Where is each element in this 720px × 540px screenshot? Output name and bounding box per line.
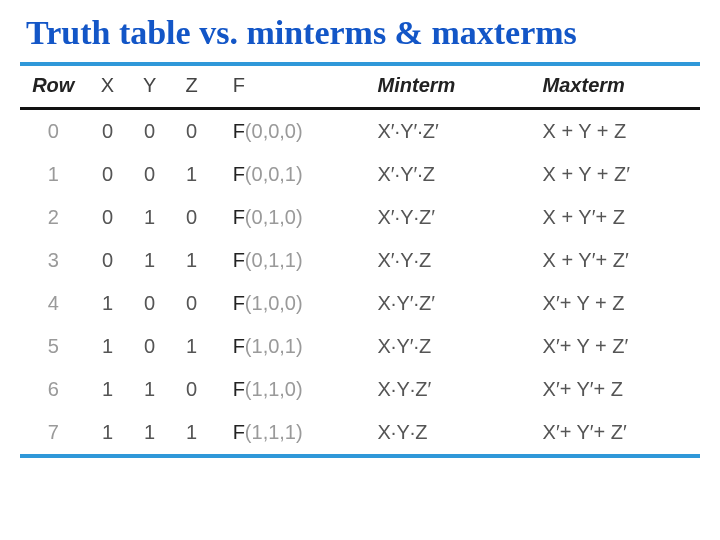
col-header-maxterm: Maxterm bbox=[535, 66, 700, 109]
table-header-row: Row X Y Z F Minterm Maxterm bbox=[20, 66, 700, 109]
col-header-minterm: Minterm bbox=[362, 66, 535, 109]
cell-row: 3 bbox=[20, 239, 86, 282]
cell-minterm: X·Y·Z′ bbox=[362, 368, 535, 411]
cell-z: 1 bbox=[171, 325, 213, 368]
cell-x: 0 bbox=[86, 109, 128, 154]
cell-z: 1 bbox=[171, 411, 213, 454]
cell-f: F(0,0,0) bbox=[213, 109, 362, 154]
cell-row: 2 bbox=[20, 196, 86, 239]
cell-x: 1 bbox=[86, 368, 128, 411]
cell-row: 4 bbox=[20, 282, 86, 325]
cell-z: 0 bbox=[171, 368, 213, 411]
cell-minterm: X′·Y·Z′ bbox=[362, 196, 535, 239]
cell-f: F(0,1,0) bbox=[213, 196, 362, 239]
cell-maxterm: X′+ Y + Z′ bbox=[535, 325, 700, 368]
table-row: 4100F(1,0,0)X·Y′·Z′X′+ Y + Z bbox=[20, 282, 700, 325]
cell-y: 0 bbox=[129, 325, 171, 368]
cell-x: 0 bbox=[86, 239, 128, 282]
cell-maxterm: X + Y′+ Z bbox=[535, 196, 700, 239]
cell-maxterm: X′+ Y′+ Z bbox=[535, 368, 700, 411]
table-row: 3011F(0,1,1)X′·Y·ZX + Y′+ Z′ bbox=[20, 239, 700, 282]
table-row: 0000F(0,0,0)X′·Y′·Z′X + Y + Z bbox=[20, 109, 700, 154]
table-container: Row X Y Z F Minterm Maxterm 0000F(0,0,0)… bbox=[20, 62, 700, 458]
cell-x: 1 bbox=[86, 282, 128, 325]
col-header-x: X bbox=[86, 66, 128, 109]
cell-y: 0 bbox=[129, 153, 171, 196]
table-row: 6110F(1,1,0)X·Y·Z′X′+ Y′+ Z bbox=[20, 368, 700, 411]
cell-row: 0 bbox=[20, 109, 86, 154]
cell-maxterm: X′+ Y + Z bbox=[535, 282, 700, 325]
cell-row: 7 bbox=[20, 411, 86, 454]
cell-row: 1 bbox=[20, 153, 86, 196]
table-row: 2010F(0,1,0)X′·Y·Z′X + Y′+ Z bbox=[20, 196, 700, 239]
cell-z: 0 bbox=[171, 282, 213, 325]
cell-z: 0 bbox=[171, 109, 213, 154]
cell-y: 0 bbox=[129, 282, 171, 325]
cell-y: 1 bbox=[129, 411, 171, 454]
table-row: 5101F(1,0,1)X·Y′·ZX′+ Y + Z′ bbox=[20, 325, 700, 368]
cell-x: 0 bbox=[86, 153, 128, 196]
cell-minterm: X·Y′·Z bbox=[362, 325, 535, 368]
cell-maxterm: X + Y + Z bbox=[535, 109, 700, 154]
cell-y: 1 bbox=[129, 368, 171, 411]
cell-minterm: X·Y′·Z′ bbox=[362, 282, 535, 325]
truth-table: Row X Y Z F Minterm Maxterm 0000F(0,0,0)… bbox=[20, 66, 700, 454]
cell-minterm: X′·Y′·Z bbox=[362, 153, 535, 196]
cell-row: 6 bbox=[20, 368, 86, 411]
cell-row: 5 bbox=[20, 325, 86, 368]
cell-minterm: X′·Y·Z bbox=[362, 239, 535, 282]
cell-maxterm: X + Y′+ Z′ bbox=[535, 239, 700, 282]
cell-minterm: X·Y·Z bbox=[362, 411, 535, 454]
col-header-z: Z bbox=[171, 66, 213, 109]
cell-maxterm: X + Y + Z′ bbox=[535, 153, 700, 196]
cell-f: F(1,0,0) bbox=[213, 282, 362, 325]
cell-f: F(1,1,1) bbox=[213, 411, 362, 454]
col-header-y: Y bbox=[129, 66, 171, 109]
cell-x: 0 bbox=[86, 196, 128, 239]
cell-z: 1 bbox=[171, 153, 213, 196]
cell-f: F(0,0,1) bbox=[213, 153, 362, 196]
cell-maxterm: X′+ Y′+ Z′ bbox=[535, 411, 700, 454]
table-row: 1001F(0,0,1)X′·Y′·ZX + Y + Z′ bbox=[20, 153, 700, 196]
cell-y: 0 bbox=[129, 109, 171, 154]
cell-y: 1 bbox=[129, 239, 171, 282]
table-row: 7111F(1,1,1)X·Y·ZX′+ Y′+ Z′ bbox=[20, 411, 700, 454]
slide-title: Truth table vs. minterms & maxterms bbox=[26, 14, 700, 52]
cell-y: 1 bbox=[129, 196, 171, 239]
cell-f: F(1,1,0) bbox=[213, 368, 362, 411]
cell-f: F(0,1,1) bbox=[213, 239, 362, 282]
cell-x: 1 bbox=[86, 411, 128, 454]
cell-z: 0 bbox=[171, 196, 213, 239]
cell-minterm: X′·Y′·Z′ bbox=[362, 109, 535, 154]
cell-z: 1 bbox=[171, 239, 213, 282]
cell-f: F(1,0,1) bbox=[213, 325, 362, 368]
col-header-f: F bbox=[213, 66, 362, 109]
cell-x: 1 bbox=[86, 325, 128, 368]
col-header-row: Row bbox=[20, 66, 86, 109]
